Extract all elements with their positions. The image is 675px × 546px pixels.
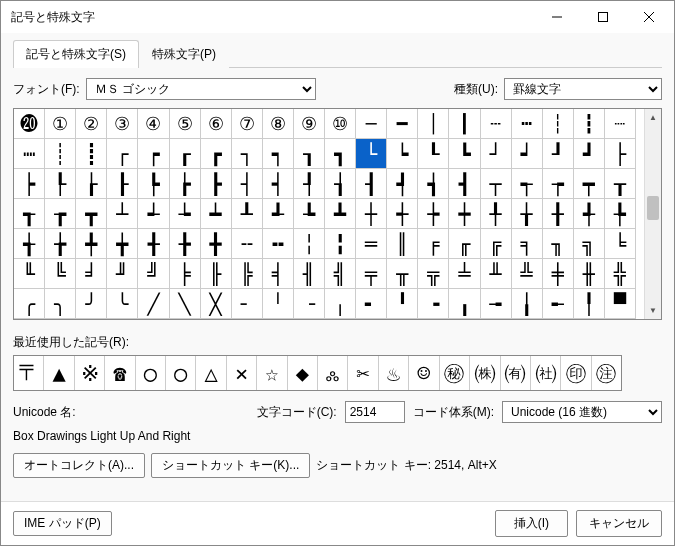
cancel-button[interactable]: キャンセル <box>576 510 662 537</box>
grid-cell[interactable]: ┣ <box>201 169 232 199</box>
grid-cell[interactable]: ② <box>76 109 107 139</box>
grid-cell[interactable]: ┑ <box>263 139 294 169</box>
grid-cell[interactable]: ╋ <box>201 229 232 259</box>
grid-cell[interactable]: ╾ <box>543 289 574 319</box>
grid-cell[interactable]: ┙ <box>512 139 543 169</box>
grid-cell[interactable]: ╒ <box>418 229 449 259</box>
close-button[interactable] <box>626 2 672 32</box>
grid-cell[interactable]: ╍ <box>263 229 294 259</box>
grid-cell[interactable]: ╨ <box>481 259 512 289</box>
grid-cell[interactable]: ╰ <box>107 289 138 319</box>
grid-cell[interactable]: ┯ <box>574 169 605 199</box>
grid-cell[interactable]: ⑥ <box>201 109 232 139</box>
scroll-down-icon[interactable]: ▼ <box>645 302 661 319</box>
grid-cell[interactable]: ③ <box>107 109 138 139</box>
grid-cell[interactable]: ╥ <box>387 259 418 289</box>
grid-cell[interactable]: ╄ <box>605 199 636 229</box>
grid-cell[interactable]: ① <box>45 109 76 139</box>
ime-pad-button[interactable]: IME パッド(P) <box>13 511 112 536</box>
grid-cell[interactable]: ┻ <box>325 199 356 229</box>
grid-cell[interactable]: ┗ <box>449 139 480 169</box>
recent-cell[interactable]: ▲ <box>44 356 74 390</box>
grid-cell[interactable]: ╛ <box>76 259 107 289</box>
grid-cell[interactable]: ╫ <box>574 259 605 289</box>
grid-cell[interactable]: ⑧ <box>263 109 294 139</box>
grid-cell[interactable]: ╬ <box>605 259 636 289</box>
grid-cell[interactable]: ⑨ <box>294 109 325 139</box>
grid-cell[interactable]: ┒ <box>294 139 325 169</box>
recent-cell[interactable]: ○ <box>166 356 196 390</box>
recent-cell[interactable]: ○ <box>136 356 166 390</box>
grid-cell[interactable]: ┏ <box>201 139 232 169</box>
grid-cell[interactable]: ┨ <box>356 169 387 199</box>
grid-cell[interactable]: ┫ <box>449 169 480 199</box>
grid-cell[interactable]: ╜ <box>107 259 138 289</box>
grid-cell[interactable]: ╗ <box>574 229 605 259</box>
recent-cell[interactable]: 〒 <box>14 356 44 390</box>
grid-cell[interactable]: ╲ <box>170 289 201 319</box>
grid-cell[interactable]: ④ <box>138 109 169 139</box>
grid-cell[interactable]: ┡ <box>138 169 169 199</box>
grid-cell[interactable]: ┷ <box>201 199 232 229</box>
grid-cell[interactable]: ┛ <box>574 139 605 169</box>
grid-cell[interactable]: ⓴ <box>14 109 45 139</box>
grid-cell[interactable]: ╂ <box>543 199 574 229</box>
grid-cell[interactable]: ╿ <box>574 289 605 319</box>
font-select[interactable]: ＭＳ ゴシック <box>86 78 316 100</box>
grid-cell[interactable]: ╻ <box>449 289 480 319</box>
grid-cell[interactable]: ┺ <box>294 199 325 229</box>
grid-cell[interactable]: ╃ <box>574 199 605 229</box>
grid-cell[interactable]: ┮ <box>543 169 574 199</box>
grid-cell[interactable]: ╙ <box>14 259 45 289</box>
grid-cell[interactable]: ╔ <box>481 229 512 259</box>
grid-cell[interactable]: ╚ <box>45 259 76 289</box>
scroll-thumb[interactable] <box>647 196 659 220</box>
grid-cell[interactable]: ╱ <box>138 289 169 319</box>
grid-cell[interactable]: ┃ <box>449 109 480 139</box>
grid-cell[interactable]: ┐ <box>232 139 263 169</box>
scroll-track[interactable] <box>645 126 661 302</box>
grid-scrollbar[interactable]: ▲ ▼ <box>644 109 661 319</box>
grid-cell[interactable]: ┈ <box>605 109 636 139</box>
grid-cell[interactable]: ╖ <box>543 229 574 259</box>
grid-cell[interactable]: ╀ <box>481 199 512 229</box>
recent-cell[interactable]: ㊞ <box>561 356 591 390</box>
grid-cell[interactable]: ╡ <box>263 259 294 289</box>
grid-cell[interactable]: ╢ <box>294 259 325 289</box>
grid-cell[interactable]: ╈ <box>107 229 138 259</box>
grid-cell[interactable]: ┦ <box>294 169 325 199</box>
grid-cell[interactable]: ╓ <box>449 229 480 259</box>
scroll-up-icon[interactable]: ▲ <box>645 109 661 126</box>
grid-cell[interactable]: ┱ <box>14 199 45 229</box>
grid-cell[interactable]: ╌ <box>232 229 263 259</box>
grid-cell[interactable]: ┉ <box>14 139 45 169</box>
shortcut-key-button[interactable]: ショートカット キー(K)... <box>151 453 310 478</box>
grid-cell[interactable]: ╺ <box>418 289 449 319</box>
grid-cell[interactable]: ╣ <box>325 259 356 289</box>
insert-button[interactable]: 挿入(I) <box>495 510 568 537</box>
grid-cell[interactable]: ╩ <box>512 259 543 289</box>
grid-cell[interactable]: ┢ <box>170 169 201 199</box>
recent-cell[interactable]: ✂ <box>348 356 378 390</box>
grid-cell[interactable]: ╸ <box>356 289 387 319</box>
grid-cell[interactable]: ╶ <box>294 289 325 319</box>
grid-cell[interactable]: ┝ <box>14 169 45 199</box>
recent-cell[interactable]: ㊟ <box>592 356 621 390</box>
grid-cell[interactable]: ╆ <box>45 229 76 259</box>
grid-cell[interactable]: ╳ <box>201 289 232 319</box>
grid-cell[interactable]: ⑦ <box>232 109 263 139</box>
grid-cell[interactable]: ╦ <box>418 259 449 289</box>
grid-cell[interactable]: ║ <box>387 229 418 259</box>
grid-cell[interactable]: ┖ <box>418 139 449 169</box>
recent-cell[interactable]: ☆ <box>257 356 287 390</box>
grid-cell[interactable]: ╇ <box>76 229 107 259</box>
grid-cell[interactable]: ┶ <box>170 199 201 229</box>
grid-cell[interactable]: ╷ <box>325 289 356 319</box>
grid-cell[interactable]: ═ <box>356 229 387 259</box>
grid-cell[interactable]: ╯ <box>76 289 107 319</box>
minimize-button[interactable] <box>534 2 580 32</box>
grid-cell[interactable]: ╝ <box>138 259 169 289</box>
grid-cell[interactable]: ─ <box>356 109 387 139</box>
recent-cell[interactable]: ◆ <box>288 356 318 390</box>
grid-cell[interactable]: ╵ <box>263 289 294 319</box>
